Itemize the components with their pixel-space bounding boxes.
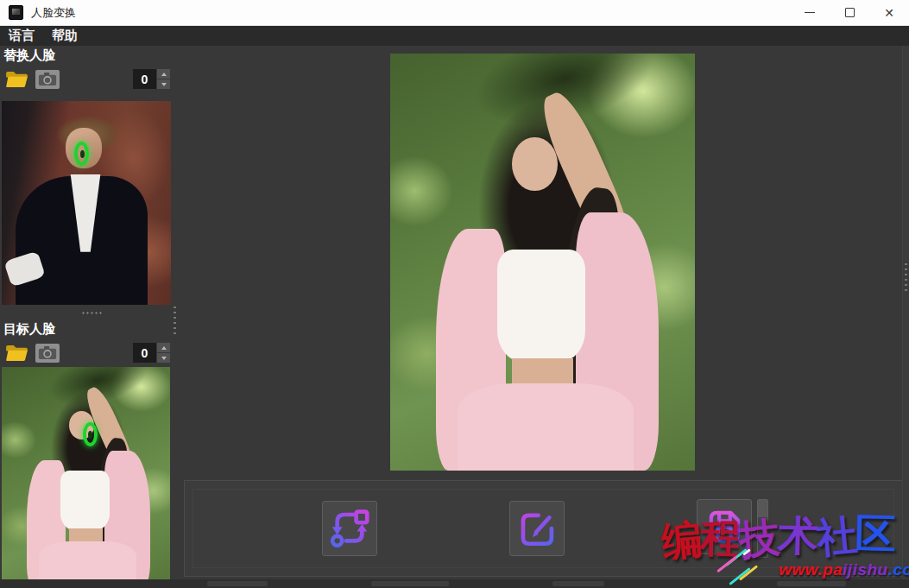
open-target-file-button[interactable] [4,344,28,363]
source-camera-button[interactable] [35,70,60,89]
spinner-down-button[interactable] [157,79,170,89]
source-face-index-spinner[interactable]: 0 [133,69,170,89]
result-photo-skirt [458,383,634,471]
spinner-up-button[interactable] [157,343,170,352]
watermark-text: 编 程 技 术 社 区 [660,506,909,567]
camera-icon [38,345,57,360]
up-arrow-icon [161,346,167,350]
source-controls-row: 0 [4,69,170,89]
window-title: 人脸变换 [31,5,76,21]
edit-button[interactable] [509,501,565,556]
watermark-char: 编 [659,512,703,570]
down-arrow-icon [161,357,167,360]
source-section-label: 替换人脸 [3,47,55,64]
swap-faces-icon [326,505,373,552]
window-titlebar: 人脸变换 ✕ [0,0,909,26]
down-arrow-icon [161,83,167,86]
watermark-char: 区 [855,507,895,562]
spinner-up-button[interactable] [157,69,170,79]
open-source-file-button[interactable] [4,70,28,89]
folder-icon [5,70,28,88]
watermark-url: www.paijishu.com [779,560,909,579]
maximize-icon [845,8,855,17]
watermark-strokes [713,549,765,588]
spinner-value[interactable]: 0 [133,343,156,363]
maximize-button[interactable] [830,0,869,25]
target-controls-row: 0 [4,343,170,363]
target-photo-top [60,471,110,530]
target-camera-button[interactable] [35,344,60,363]
target-face-image[interactable] [2,367,170,588]
folder-icon [5,344,28,362]
camera-icon [38,72,57,86]
watermark-char: 社 [814,509,858,566]
watermark-url-part: .com [888,560,909,579]
result-image [390,54,695,471]
watermark-url-part: www.pa [779,560,843,579]
app-icon [9,5,23,20]
watermark-url-part: ijishu [843,560,888,579]
menubar: 语言 帮助 [0,26,909,46]
watermark-char: 术 [777,509,817,564]
close-icon: ✕ [884,6,894,20]
up-arrow-icon [161,73,167,76]
result-photo-face [512,137,558,192]
result-photo-top [497,250,585,362]
target-face-index-spinner[interactable]: 0 [133,343,170,363]
minimize-icon [805,12,815,13]
spinner-down-button[interactable] [157,353,170,363]
minimize-button[interactable] [790,0,830,25]
splitter-handle-vertical[interactable] [174,305,176,334]
spinner-value[interactable]: 0 [133,69,156,89]
menu-item-help[interactable]: 帮助 [43,26,86,46]
bottom-edge [0,579,909,588]
close-button[interactable]: ✕ [869,0,909,25]
swap-faces-button[interactable] [322,501,377,556]
edit-icon [514,505,560,552]
splitter-handle-horizontal[interactable] [81,312,104,314]
menu-item-language[interactable]: 语言 [0,26,43,46]
face-detection-marker [83,422,98,446]
target-section-label: 目标人脸 [3,321,55,338]
source-face-image[interactable] [2,101,171,305]
splitter-dots [905,262,907,291]
